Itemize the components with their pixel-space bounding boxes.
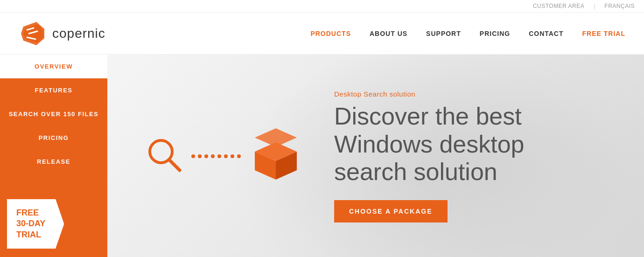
- separator: |: [594, 3, 595, 9]
- dot-4: [211, 154, 215, 158]
- nav-contact[interactable]: CONTACT: [529, 30, 563, 37]
- svg-line-6: [169, 160, 180, 170]
- customer-area-link[interactable]: CUSTOMER AREA: [533, 3, 584, 9]
- dots-line: [191, 154, 241, 158]
- sidebar-item-search150[interactable]: SEARCH OVER 150 FILES: [0, 102, 107, 126]
- nav-about[interactable]: ABOUT US: [370, 30, 407, 37]
- logo-area[interactable]: copernic: [19, 20, 105, 48]
- utility-bar: CUSTOMER AREA | FRANÇAIS: [0, 0, 644, 13]
- logo-icon: [19, 20, 47, 48]
- hero-illustration: [145, 126, 306, 187]
- nav-products[interactable]: PRODUCTS: [310, 30, 351, 37]
- trial-badge-text: FREE 30-DAY TRIAL: [16, 208, 45, 240]
- trial-badge: FREE 30-DAY TRIAL: [7, 199, 64, 249]
- dot-3: [204, 154, 208, 158]
- dot-6: [224, 154, 228, 158]
- dot-5: [217, 154, 221, 158]
- sidebar-item-overview[interactable]: OVERVIEW: [0, 55, 107, 78]
- dot-8: [237, 154, 241, 158]
- sidebar-trial[interactable]: FREE 30-DAY TRIAL: [0, 190, 107, 257]
- package-box-icon: [245, 126, 306, 187]
- dot-2: [198, 154, 202, 158]
- hero-title: Discover the best Windows desktop search…: [334, 103, 525, 186]
- logo-text: copernic: [52, 26, 105, 41]
- search-magnifier-icon: [145, 135, 187, 177]
- hero-content: Desktop Search solution Discover the bes…: [334, 90, 525, 222]
- hero-subtitle: Desktop Search solution: [334, 90, 525, 98]
- choose-package-button[interactable]: CHOOSE A PACKAGE: [334, 200, 448, 222]
- nav-support[interactable]: SUPPORT: [426, 30, 461, 37]
- nav-free-trial[interactable]: FREE TRIAL: [582, 30, 625, 37]
- dot-1: [191, 154, 195, 158]
- hero-section: Desktop Search solution Discover the bes…: [107, 55, 644, 257]
- main-nav: PRODUCTS ABOUT US SUPPORT PRICING CONTAC…: [310, 30, 625, 37]
- main-header: copernic PRODUCTS ABOUT US SUPPORT PRICI…: [0, 13, 644, 55]
- sidebar-item-features[interactable]: FEATURES: [0, 78, 107, 102]
- language-link[interactable]: FRANÇAIS: [604, 3, 635, 9]
- svg-marker-10: [255, 128, 297, 147]
- nav-pricing[interactable]: PRICING: [480, 30, 510, 37]
- dot-7: [231, 154, 234, 158]
- sidebar: OVERVIEW FEATURES SEARCH OVER 150 FILES …: [0, 55, 107, 257]
- sidebar-item-release[interactable]: RELEASE: [0, 150, 107, 174]
- sidebar-item-pricing[interactable]: PRICING: [0, 126, 107, 150]
- page-body: OVERVIEW FEATURES SEARCH OVER 150 FILES …: [0, 55, 644, 257]
